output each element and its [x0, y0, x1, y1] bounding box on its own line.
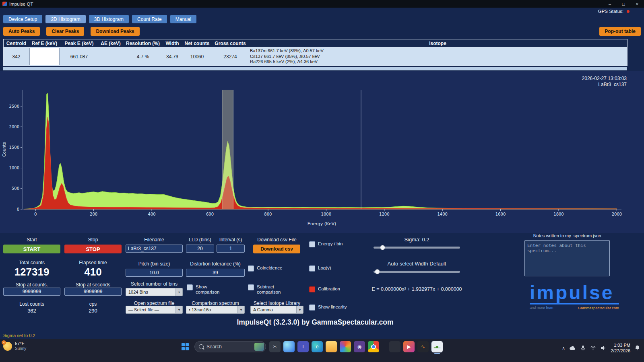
minimize-button[interactable]: –: [603, 0, 617, 8]
taskbar-app-file-explorer[interactable]: [326, 341, 337, 352]
taskbar-app-discord[interactable]: [389, 341, 400, 352]
volume-icon[interactable]: [601, 346, 606, 350]
auto-peaks-button[interactable]: Auto Peaks: [3, 27, 40, 36]
taskbar-app-snipping-tool[interactable]: ✂: [269, 341, 281, 352]
notification-bell-icon[interactable]: [635, 345, 640, 351]
taskbar: 4 57°F Sunny Search ✂Te◉▶∿▂▅▁ ∧: [0, 339, 644, 362]
header-net-counts: Net counts: [182, 39, 212, 47]
x-tick-label: 800: [264, 212, 272, 216]
isotope-library-select[interactable]: A Gamma: [250, 306, 303, 314]
filename-input[interactable]: [126, 245, 183, 253]
interval-input[interactable]: [217, 245, 245, 253]
spectrum-chart[interactable]: 0500100015002000250002004006008001000120…: [0, 88, 628, 228]
lld-input[interactable]: [186, 245, 214, 253]
start-label: Start: [3, 237, 60, 243]
taskbar-app-copilot[interactable]: [283, 341, 295, 352]
peak-buttons: Auto PeaksClear PeaksDownload Peaks: [3, 27, 140, 36]
peak-table-row[interactable]: 342 661.087 4.7 % 34.79 10060 23274 Ba13…: [4, 47, 627, 66]
popout-table-button[interactable]: Pop-out table: [599, 27, 641, 36]
isotope-line: Ra226 665.5 keV (2%), Δ4.36 keV: [250, 59, 318, 64]
subtract-comparison-row: Subtract comparison: [248, 284, 287, 295]
subtract-comparison-label: Subtract comparison: [257, 284, 287, 295]
energy-bin-label: Energy / bin: [318, 241, 343, 247]
hidden-icons-chevron[interactable]: ∧: [562, 346, 565, 351]
taskbar-clock[interactable]: 1:03 PM 2/27/2026: [611, 342, 630, 354]
energy-bin-row: Energy / bin: [309, 241, 343, 247]
cps-value: 290: [64, 308, 122, 314]
onedrive-cloud-icon[interactable]: [570, 346, 576, 350]
isotope-line: Cs137 661.7 keV (85%), Δ0.57 keV: [250, 54, 320, 59]
taskbar-app-teams[interactable]: T: [297, 341, 309, 352]
taskbar-app-photos[interactable]: [340, 341, 351, 352]
cell-peak-e: 661.087: [60, 47, 98, 66]
autowidth-slider-track[interactable]: [374, 271, 460, 273]
sigma-slider[interactable]: [374, 245, 460, 250]
tab-count-rate[interactable]: Count Rate: [132, 15, 167, 23]
tab-2d-histogram[interactable]: 2D Histogram: [45, 15, 85, 23]
sigma-slider-thumb[interactable]: [380, 245, 385, 250]
open-spectrum-select[interactable]: — Select file —: [126, 306, 183, 314]
teams-glyph: T: [301, 344, 304, 350]
logy-checkbox[interactable]: [309, 265, 315, 272]
energy-bin-checkbox[interactable]: [309, 241, 315, 247]
header-width: Width: [163, 39, 182, 47]
tab-3d-histogram[interactable]: 3D Histogram: [89, 15, 129, 23]
taskbar-app-media-player[interactable]: ▶: [403, 341, 415, 352]
stop-at-counts-input[interactable]: [3, 288, 60, 296]
weather-widget[interactable]: 4 57°F Sunny: [3, 341, 26, 351]
stop-at-seconds-input[interactable]: [64, 288, 122, 296]
search-placeholder: Search: [206, 344, 252, 350]
taskbar-app-chrome[interactable]: [368, 341, 379, 352]
comparison-spectrum-select[interactable]: • 13can16o: [186, 306, 245, 314]
taskbar-app-impulse-qt-window[interactable]: ▂▅▁: [431, 341, 443, 352]
distortion-input[interactable]: [186, 269, 245, 277]
stop-button[interactable]: STOP: [64, 245, 122, 253]
autowidth-slider-thumb[interactable]: [375, 269, 380, 274]
status-message: Sigma set to 0.2: [3, 333, 35, 338]
taskbar-search[interactable]: Search: [194, 341, 266, 352]
clear-peaks-button[interactable]: Clear Peaks: [46, 27, 84, 36]
cell-isotope: Ba137m 661.7 keV (89%), Δ0.57 keVCs137 6…: [248, 47, 627, 66]
bins-select-value: 1024 Bins: [128, 290, 148, 294]
show-comparison-checkbox[interactable]: [187, 284, 193, 290]
show-linearity-checkbox[interactable]: [309, 304, 315, 311]
tab-device-setup[interactable]: Device Setup: [3, 15, 42, 23]
comparison-spectrum-value: • 13can16o: [189, 307, 211, 312]
cell-delta-e: [98, 47, 123, 66]
start-menu-button[interactable]: [179, 341, 191, 353]
notes-textarea[interactable]: [524, 240, 610, 276]
pitch-input[interactable]: [126, 269, 183, 277]
download-peaks-button[interactable]: Download Peaks: [91, 27, 139, 36]
sigma-label: Sigma: 0.2: [374, 237, 460, 243]
download-csv-button[interactable]: Download csv: [253, 245, 300, 253]
taskbar-app-camera[interactable]: ◉: [354, 341, 365, 352]
cell-resolution: 4.7 %: [123, 47, 163, 66]
stop-label: Stop: [64, 237, 122, 243]
tab-manual[interactable]: Manual: [170, 15, 196, 23]
edge-glyph: e: [316, 344, 319, 350]
header-centroid: Centroid: [4, 39, 29, 47]
start-button[interactable]: START: [3, 245, 60, 253]
gps-status-label: GPS Status:: [598, 9, 623, 14]
close-button[interactable]: ×: [630, 0, 644, 8]
camera-glyph: ◉: [357, 344, 361, 350]
taskbar-app-edge[interactable]: e: [312, 341, 323, 352]
calibration-checkbox[interactable]: [309, 286, 315, 292]
bins-select[interactable]: 1024 Bins: [126, 288, 183, 296]
coincidence-checkbox[interactable]: [248, 265, 254, 272]
snipping-tool-glyph: ✂: [273, 344, 277, 350]
x-tick-label: 200: [90, 212, 97, 216]
peak-selection-band[interactable]: [222, 90, 233, 209]
clock-date: 2/27/2026: [611, 348, 630, 354]
taskbar-app-audio-editor[interactable]: ∿: [417, 341, 429, 352]
wifi-icon[interactable]: [590, 346, 596, 350]
cell-ref-e-input[interactable]: [29, 48, 60, 65]
isotope-library-label: Select Isotope Library: [249, 300, 305, 306]
subtract-comparison-checkbox[interactable]: [248, 284, 254, 290]
sigma-slider-track[interactable]: [374, 247, 460, 249]
show-comparison-label: Show comparison: [196, 284, 225, 295]
autowidth-slider[interactable]: [374, 269, 460, 274]
cps-label: cps: [64, 301, 122, 307]
microphone-icon[interactable]: [580, 345, 586, 351]
maximize-button[interactable]: □: [617, 0, 630, 8]
